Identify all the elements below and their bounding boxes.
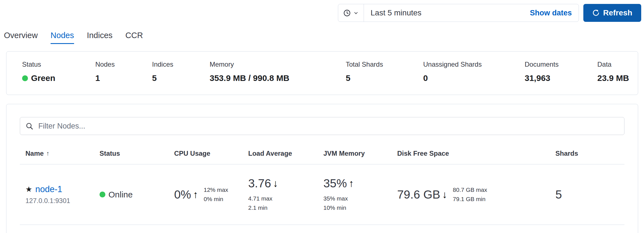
cell-name: ★ node-1 127.0.0.1:9301 — [25, 184, 100, 205]
filter-nodes-input[interactable] — [38, 122, 619, 131]
table-header: Name ↑ Status CPU Usage Load Average JVM… — [20, 150, 624, 164]
cpu-min: 0% min — [204, 195, 228, 204]
date-picker: Last 5 minutes Show dates — [338, 4, 579, 22]
show-dates-button[interactable]: Show dates — [523, 9, 579, 17]
summary-data-value: 23.9 MB — [597, 73, 629, 83]
cell-cpu-usage: 0% ↑ 12% max 0% min — [174, 185, 248, 204]
cpu-trend-up-icon: ↑ — [193, 189, 198, 201]
cpu-value: 0% — [174, 188, 191, 201]
summary-total-shards-label: Total Shards — [346, 60, 423, 68]
summary-data: Data 23.9 MB — [597, 60, 629, 83]
column-header-status[interactable]: Status — [100, 150, 174, 157]
cell-jvm-memory: 35% ↑ 35% max 10% min — [323, 177, 397, 212]
summary-unassigned-shards-value: 0 — [423, 73, 525, 83]
load-trend-down-icon: ↓ — [273, 178, 278, 189]
summary-status: Status Green — [22, 60, 95, 83]
chevron-down-icon — [353, 10, 359, 16]
nodes-panel: Name ↑ Status CPU Usage Load Average JVM… — [6, 104, 638, 233]
node-address: 127.0.0.1:9301 — [25, 197, 100, 205]
disk-value: 79.6 GB — [397, 188, 440, 201]
cluster-summary-panel: Status Green Nodes 1 Indices 5 Memory 35… — [6, 51, 638, 95]
column-header-name-label: Name — [25, 150, 44, 157]
summary-nodes-value: 1 — [95, 73, 152, 83]
summary-documents-value: 31,963 — [525, 73, 597, 83]
column-header-load-average[interactable]: Load Average — [248, 150, 323, 157]
summary-nodes-label: Nodes — [95, 60, 152, 68]
jvm-minmax: 35% max 10% min — [323, 194, 397, 212]
summary-unassigned-shards: Unassigned Shards 0 — [423, 60, 525, 83]
refresh-button[interactable]: Refresh — [583, 4, 641, 22]
summary-total-shards-value: 5 — [346, 73, 423, 83]
column-header-cpu-usage[interactable]: CPU Usage — [174, 150, 248, 157]
summary-documents: Documents 31,963 — [525, 60, 597, 83]
online-green-dot — [100, 192, 105, 197]
tab-bar: Overview Nodes Indices CCR — [4, 31, 644, 44]
cell-shards: 5 — [555, 188, 624, 201]
column-header-name[interactable]: Name ↑ — [25, 150, 100, 157]
date-quick-select-button[interactable] — [338, 4, 364, 22]
tab-ccr[interactable]: CCR — [126, 31, 143, 44]
column-header-jvm-memory[interactable]: JVM Memory — [323, 150, 397, 157]
sort-ascending-icon: ↑ — [46, 150, 49, 157]
summary-status-label: Status — [22, 60, 95, 68]
cpu-minmax: 12% max 0% min — [204, 185, 228, 204]
summary-nodes: Nodes 1 — [95, 60, 152, 83]
refresh-icon — [592, 9, 600, 17]
cell-disk-free-space: 79.6 GB ↓ 80.7 GB max 79.1 GB min — [397, 185, 555, 204]
search-box — [20, 117, 624, 135]
table-row: ★ node-1 127.0.0.1:9301 Online 0% ↑ 12% … — [20, 164, 624, 225]
clock-icon — [343, 9, 351, 17]
stack-monitoring-nodes-page: Last 5 minutes Show dates Refresh Overvi… — [0, 0, 644, 233]
node-link[interactable]: node-1 — [35, 184, 62, 194]
tab-indices[interactable]: Indices — [87, 31, 113, 44]
node-status-label: Online — [108, 190, 133, 199]
summary-indices-value: 5 — [152, 73, 210, 83]
shards-value: 5 — [555, 188, 562, 201]
tab-overview[interactable]: Overview — [4, 31, 38, 44]
jvm-min: 10% min — [323, 203, 397, 213]
load-max: 4.71 max — [248, 194, 323, 203]
summary-memory: Memory 353.9 MB / 990.8 MB — [210, 60, 346, 83]
tab-nodes[interactable]: Nodes — [51, 31, 74, 44]
jvm-value: 35% — [323, 177, 347, 190]
disk-min: 79.1 GB min — [453, 195, 487, 204]
cell-load-average: 3.76 ↓ 4.71 max 2.1 min — [248, 177, 323, 212]
status-green-dot — [22, 75, 28, 81]
summary-total-shards: Total Shards 5 — [346, 60, 423, 83]
jvm-trend-up-icon: ↑ — [349, 178, 354, 189]
refresh-label: Refresh — [603, 8, 632, 17]
cpu-max: 12% max — [204, 185, 228, 195]
summary-memory-label: Memory — [210, 60, 346, 68]
time-controls: Last 5 minutes Show dates Refresh — [338, 4, 641, 22]
column-header-disk-free-space[interactable]: Disk Free Space — [397, 150, 555, 157]
summary-indices: Indices 5 — [152, 60, 210, 83]
summary-data-label: Data — [597, 60, 629, 68]
load-value: 3.76 — [248, 177, 271, 190]
star-icon: ★ — [25, 185, 32, 194]
summary-documents-label: Documents — [525, 60, 597, 68]
summary-indices-label: Indices — [152, 60, 210, 68]
disk-max: 80.7 GB max — [453, 185, 487, 195]
time-range-button[interactable]: Last 5 minutes — [364, 8, 523, 17]
column-header-shards[interactable]: Shards — [555, 150, 624, 157]
load-minmax: 4.71 max 2.1 min — [248, 194, 323, 212]
jvm-max: 35% max — [323, 194, 397, 203]
summary-unassigned-shards-label: Unassigned Shards — [423, 60, 525, 68]
search-icon — [26, 122, 33, 130]
summary-status-value: Green — [31, 73, 55, 83]
summary-memory-value: 353.9 MB / 990.8 MB — [210, 73, 346, 83]
top-toolbar: Last 5 minutes Show dates Refresh — [0, 0, 644, 27]
load-min: 2.1 min — [248, 203, 323, 213]
disk-minmax: 80.7 GB max 79.1 GB min — [453, 185, 487, 204]
disk-trend-down-icon: ↓ — [442, 189, 447, 201]
cell-status: Online — [100, 190, 174, 199]
